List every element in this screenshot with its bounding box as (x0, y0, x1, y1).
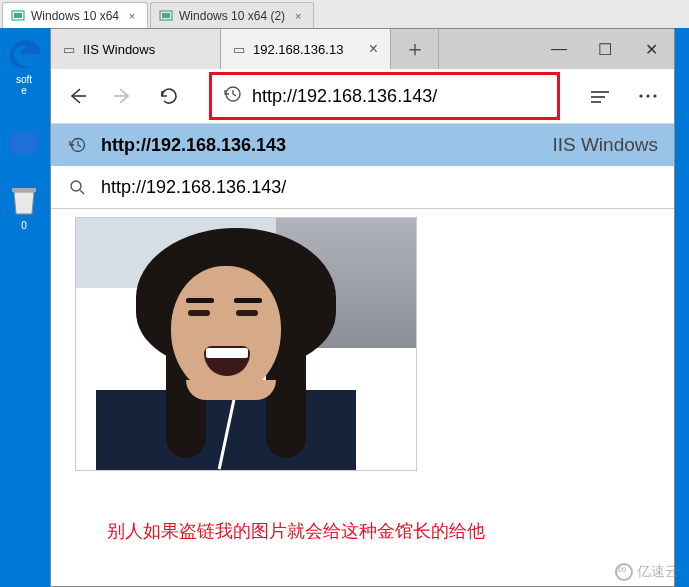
svg-point-13 (646, 94, 649, 97)
refresh-icon (158, 85, 180, 107)
plus-icon: ＋ (404, 34, 426, 64)
history-icon (222, 84, 242, 109)
suggestion-text: http://192.168.136.143/ (101, 177, 286, 198)
reading-list-button[interactable] (588, 84, 612, 108)
vm-tab-inactive[interactable]: Windows 10 x64 (2) × (150, 2, 314, 28)
caption-text: 别人如果盗链我的图片就会给这种金馆长的给他 (107, 519, 650, 543)
svg-rect-5 (12, 188, 36, 192)
desktop[interactable]: soft e 0 (0, 28, 50, 587)
desktop-icon-label: soft (0, 74, 48, 85)
vm-tab-bar: Windows 10 x64 × Windows 10 x64 (2) × (0, 0, 689, 28)
maximize-icon: ☐ (598, 40, 612, 59)
svg-line-17 (80, 190, 84, 194)
search-icon (67, 178, 87, 196)
minimize-icon: — (551, 40, 567, 58)
app-icon (6, 126, 42, 162)
vm-icon (11, 9, 25, 23)
window-controls: — ☐ ✕ (536, 29, 674, 69)
browser-tab[interactable]: ▭ IIS Windows (51, 29, 221, 69)
arrow-right-icon (112, 85, 134, 107)
suggestion-item[interactable]: http://192.168.136.143 IIS Windows (51, 124, 674, 166)
svg-point-14 (653, 94, 656, 97)
suggestion-text: http://192.168.136.143 (101, 135, 286, 156)
recycle-bin-icon (6, 182, 42, 218)
page-icon: ▭ (233, 42, 245, 57)
suggestion-secondary: IIS Windows (552, 134, 658, 156)
desktop-icon-edge[interactable]: soft e (0, 36, 48, 96)
toolbar-right (588, 84, 660, 108)
browser-window: ▭ IIS Windows ▭ 192.168.136.13 × ＋ — ☐ ✕ (50, 28, 675, 587)
close-icon[interactable]: × (369, 40, 378, 58)
svg-rect-1 (14, 13, 22, 18)
maximize-button[interactable]: ☐ (582, 29, 628, 69)
suggestions-dropdown: http://192.168.136.143 IIS Windows http:… (51, 124, 674, 209)
svg-rect-3 (162, 13, 170, 18)
desktop-icon-generic[interactable] (0, 126, 48, 162)
close-button[interactable]: ✕ (628, 29, 674, 69)
vm-icon (159, 9, 173, 23)
browser-tab-label: IIS Windows (83, 42, 155, 57)
forward-button[interactable] (111, 84, 135, 108)
back-button[interactable] (65, 84, 89, 108)
close-icon[interactable]: × (125, 9, 139, 23)
desktop-icon-recycle[interactable]: 0 (0, 182, 48, 231)
watermark-icon (615, 563, 633, 581)
refresh-button[interactable] (157, 84, 181, 108)
watermark: 亿速云 (615, 563, 679, 581)
dots-icon (637, 85, 659, 107)
new-tab-button[interactable]: ＋ (391, 29, 439, 69)
browser-tab-label: 192.168.136.13 (253, 42, 343, 57)
browser-tab-bar: ▭ IIS Windows ▭ 192.168.136.13 × ＋ — ☐ ✕ (51, 29, 674, 69)
toolbar (51, 69, 674, 124)
arrow-left-icon (66, 85, 88, 107)
close-icon[interactable]: × (291, 9, 305, 23)
clock-icon (67, 136, 87, 154)
edge-icon (6, 36, 42, 72)
watermark-text: 亿速云 (637, 563, 679, 581)
vm-tab-active[interactable]: Windows 10 x64 × (2, 2, 148, 28)
svg-point-12 (639, 94, 642, 97)
lines-icon (589, 85, 611, 107)
vm-tab-label: Windows 10 x64 (31, 9, 119, 23)
desktop-icon-label: e (0, 85, 48, 96)
svg-point-16 (71, 181, 81, 191)
vm-tab-label: Windows 10 x64 (2) (179, 9, 285, 23)
page-icon: ▭ (63, 42, 75, 57)
address-bar[interactable] (209, 72, 560, 120)
desktop-icon-label: 0 (0, 220, 48, 231)
minimize-button[interactable]: — (536, 29, 582, 69)
browser-tab-active[interactable]: ▭ 192.168.136.13 × (221, 29, 391, 69)
svg-rect-4 (10, 132, 38, 154)
address-input[interactable] (252, 86, 547, 107)
suggestion-item[interactable]: http://192.168.136.143/ (51, 166, 674, 208)
close-icon: ✕ (645, 40, 658, 59)
content-image (75, 217, 417, 471)
more-button[interactable] (636, 84, 660, 108)
page-content: 别人如果盗链我的图片就会给这种金馆长的给他 (51, 209, 674, 586)
